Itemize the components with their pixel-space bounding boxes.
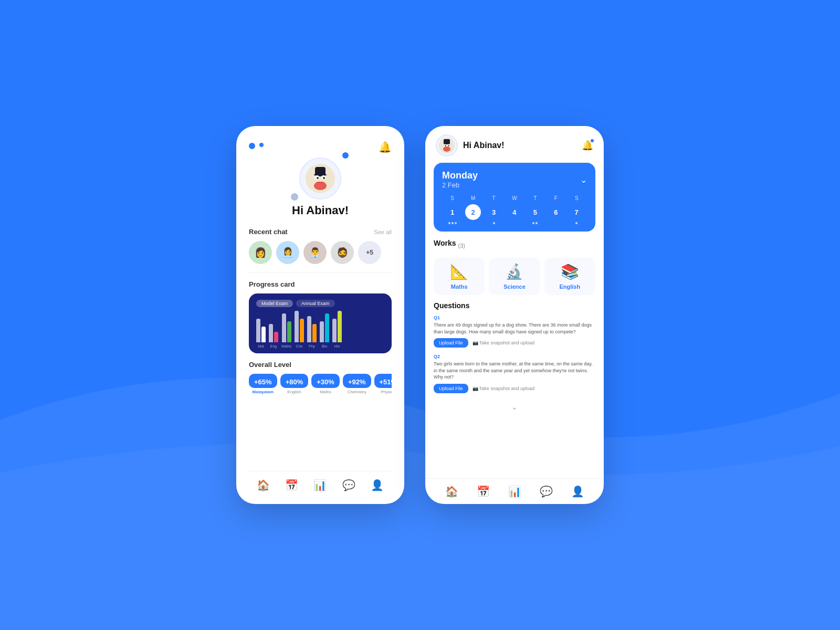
calendar-days-header: SMTWTFS <box>442 195 587 201</box>
avatar-section: Hi Abinav! <box>249 158 392 217</box>
cal-dot-area-3 <box>486 222 502 224</box>
bottom-nav-1: 🏠 📅 📊 💬 👤 <box>249 471 392 496</box>
work-label-english: English <box>559 284 580 290</box>
level-card-malayalam[interactable]: +65% Malayalam <box>249 374 277 394</box>
p2-nav-home-icon[interactable]: 🏠 <box>441 483 463 500</box>
progress-card: Model Exam Annual Exam Mal Eng Maths <box>249 293 392 353</box>
work-icon-english: 📚 <box>561 263 579 280</box>
progress-card-header: Progress card <box>249 280 392 288</box>
progress-card-title: Progress card <box>249 280 295 288</box>
progress-tags: Model Exam Annual Exam <box>256 300 384 307</box>
level-card-physics[interactable]: +51% Physics <box>374 374 392 394</box>
cal-day-name-W: W <box>507 195 522 201</box>
svg-point-4 <box>317 177 319 179</box>
chat-avatar-1[interactable]: 👩 <box>249 241 272 264</box>
work-label-science: Science <box>503 284 526 290</box>
calendar-chevron-icon[interactable]: ⌄ <box>580 175 587 185</box>
work-card-maths[interactable]: 📐 Maths <box>434 258 485 295</box>
calendar-date-sub: 2 Feb <box>442 181 478 189</box>
chat-avatar-2[interactable]: 👩‍💼 <box>276 241 299 264</box>
level-card-maths[interactable]: +30% Maths <box>311 374 340 394</box>
p2-nav-stats-icon[interactable]: 📊 <box>504 483 526 500</box>
cal-day-name-M: M <box>465 195 481 201</box>
cal-day-2[interactable]: 2 <box>465 204 481 220</box>
calendar-days-row: 1234567 <box>442 204 587 220</box>
avatar-dot-2 <box>291 193 298 201</box>
recent-chat-header: Recent chat See all <box>249 228 392 236</box>
cal-day-name-S: S <box>569 195 584 201</box>
bar-col-Eng: Eng <box>269 324 278 348</box>
phone2-header: Hi Abinav! 🔔 <box>425 126 604 163</box>
cal-dot-area-5 <box>527 222 543 224</box>
cal-day-4[interactable]: 4 <box>507 204 522 220</box>
bar-col-Hin: Hin <box>332 311 342 348</box>
see-all-link[interactable]: See all <box>374 229 392 235</box>
phone1-header: 🔔 <box>249 141 392 153</box>
nav-stats-icon[interactable]: 📊 <box>309 477 331 494</box>
tag-model-exam[interactable]: Model Exam <box>256 300 293 307</box>
cal-day-name-F: F <box>548 195 564 201</box>
level-card-chemistry[interactable]: +92% Chemistry <box>343 374 371 394</box>
nav-calendar-icon[interactable]: 📅 <box>281 477 302 494</box>
question-text-Q2: Two girls were born to the same mother, … <box>434 361 595 381</box>
p2-nav-calendar-icon[interactable]: 📅 <box>472 483 494 500</box>
upload-button-Q2[interactable]: Upload File <box>434 384 468 393</box>
p2-nav-profile-icon[interactable]: 👤 <box>567 483 589 500</box>
bell-notification-dot <box>591 139 594 142</box>
cal-day-6[interactable]: 6 <box>548 204 564 220</box>
cal-dot-area-4 <box>507 222 522 224</box>
svg-point-13 <box>445 145 446 146</box>
bar-col-Phy: Phy <box>307 316 317 348</box>
work-label-maths: Maths <box>451 284 468 290</box>
bar-col-Mal: Mal <box>256 319 266 348</box>
decorative-dot-large <box>249 143 255 149</box>
calendar-month: Monday <box>442 170 478 181</box>
work-card-science[interactable]: 🔬 Science <box>489 258 540 295</box>
p2-bell-icon[interactable]: 🔔 <box>582 140 593 151</box>
calendar-dots-row <box>442 222 587 224</box>
nav-chat-icon[interactable]: 💬 <box>338 477 360 494</box>
level-card-english[interactable]: +80% English <box>280 374 309 394</box>
p2-nav-chat-icon[interactable]: 💬 <box>536 483 557 500</box>
cal-dot-area-2 <box>465 222 481 224</box>
bar-col-Che: Che <box>295 311 304 348</box>
question-number-Q1: Q1 <box>434 315 595 320</box>
svg-rect-7 <box>314 174 327 175</box>
cal-day-7[interactable]: 7 <box>569 204 584 220</box>
works-title: Works <box>434 239 456 247</box>
avatar-dot-1 <box>342 152 349 159</box>
cal-day-5[interactable]: 5 <box>527 204 543 220</box>
svg-point-14 <box>448 145 449 146</box>
chat-avatar-3[interactable]: 👨‍💼 <box>303 241 327 264</box>
level-cards: +65% Malayalam +80% English +30% Maths +… <box>249 374 392 394</box>
svg-point-8 <box>314 182 327 190</box>
svg-point-5 <box>323 177 325 179</box>
notification-bell-icon[interactable]: 🔔 <box>379 141 392 153</box>
cal-day-name-S: S <box>445 195 460 201</box>
cal-day-1[interactable]: 1 <box>445 204 460 220</box>
work-card-english[interactable]: 📚 English <box>544 258 595 295</box>
questions-section: Questions Q1 There are 49 dogs signed up… <box>425 301 604 478</box>
p2-avatar <box>436 134 458 156</box>
upload-button-Q1[interactable]: Upload File <box>434 338 468 348</box>
questions-chevron-icon[interactable]: ⌄ <box>434 400 595 414</box>
work-icon-science: 🔬 <box>505 263 523 280</box>
snapshot-button-Q1[interactable]: 📷 Take snapshot and upload <box>472 340 534 345</box>
cal-day-name-T: T <box>527 195 543 201</box>
questions-title: Questions <box>434 301 595 310</box>
chat-avatar-4[interactable]: 🧔 <box>331 241 354 264</box>
cal-day-3[interactable]: 3 <box>486 204 502 220</box>
question-q1: Q1 There are 49 dogs signed up for a dog… <box>434 315 595 348</box>
chat-avatar-more[interactable]: +5 <box>358 241 381 264</box>
bottom-nav-2: 🏠 📅 📊 💬 👤 <box>425 478 604 504</box>
avatar <box>299 158 341 200</box>
phone1: 🔔 <box>236 126 404 504</box>
chat-avatars-row: 👩 👩‍💼 👨‍💼 🧔 +5 <box>249 241 392 264</box>
snapshot-button-Q2[interactable]: 📷 Take snapshot and upload <box>472 386 534 391</box>
svg-point-15 <box>443 146 450 152</box>
calendar-section: Monday 2 Feb ⌄ SMTWTFS 1234567 <box>434 163 595 232</box>
tag-annual-exam[interactable]: Annual Exam <box>296 300 335 307</box>
nav-profile-icon[interactable]: 👤 <box>366 477 388 494</box>
nav-home-icon[interactable]: 🏠 <box>253 477 274 494</box>
cal-dot-area-1 <box>445 222 460 224</box>
